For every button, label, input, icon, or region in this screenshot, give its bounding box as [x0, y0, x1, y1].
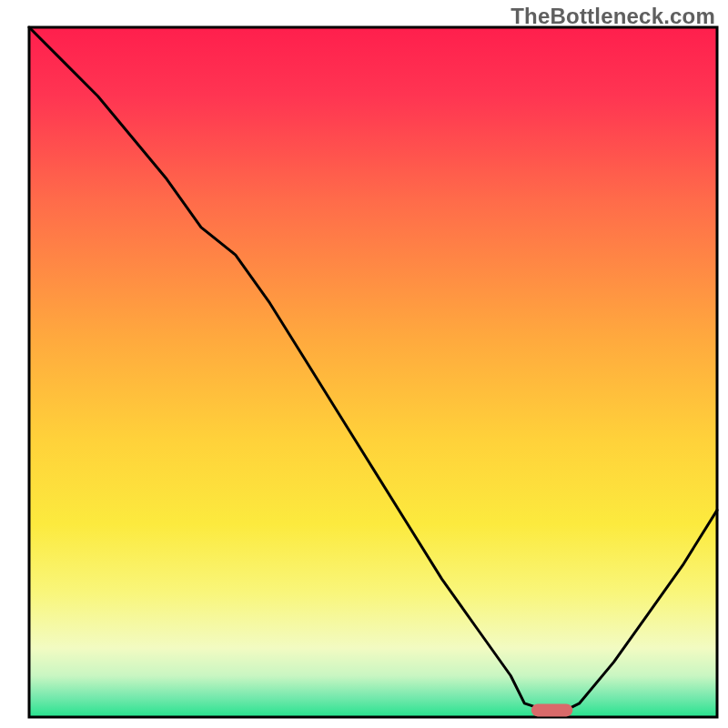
bottleneck-chart	[0, 0, 728, 728]
plot-background	[29, 27, 717, 717]
optimum-marker	[531, 703, 572, 716]
chart-stage: TheBottleneck.com	[0, 0, 728, 728]
